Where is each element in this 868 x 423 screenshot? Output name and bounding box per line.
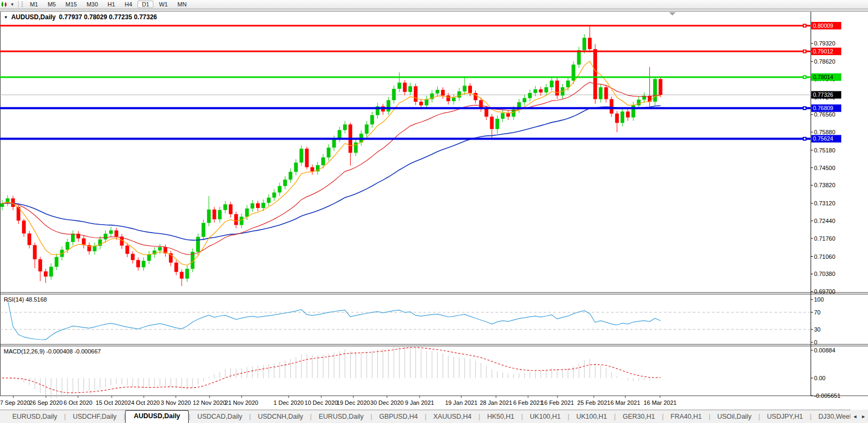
chart-tab-gbpusd-h4[interactable]: GBPUSD,H4: [372, 411, 424, 423]
candle-body-down: [490, 117, 494, 129]
timeframe-button-m30[interactable]: M30: [82, 1, 102, 8]
chart-tab-usdcnh-daily[interactable]: USDCNH,Daily: [251, 411, 310, 423]
date-tick-label: 24 Oct 2020: [128, 399, 160, 406]
candle-body-up: [251, 203, 254, 209]
timeframe-button-h1[interactable]: H1: [103, 1, 119, 8]
date-tick-label: 16 Mar 2021: [644, 399, 677, 406]
candle-body-down: [305, 149, 309, 167]
chart-title: ▼ AUDUSD,Daily 0.77937 0.78029 0.77235 0…: [4, 13, 157, 21]
chart-type-icon[interactable]: [0, 2, 10, 7]
candle-body-up: [207, 210, 211, 223]
candle-body-up: [196, 237, 200, 252]
chart-canvas[interactable]: 0.793200.786200.779400.772400.765600.758…: [0, 0, 868, 423]
macd-tick-label: 0.00: [814, 375, 825, 381]
level-handle-center: [804, 51, 805, 52]
level-badge-value: 0.79012: [813, 48, 833, 55]
date-axis[interactable]: [13, 396, 660, 398]
chart-tab-xauusd-h4[interactable]: XAUUSD,H4: [427, 411, 479, 423]
candle-body-down: [180, 272, 183, 279]
date-tick-label: 9 Jan 2021: [405, 399, 434, 406]
candle-body-down: [174, 263, 178, 272]
chart-tab-usdcad-daily[interactable]: USDCAD,Daily: [190, 411, 249, 423]
level-handle-center: [804, 107, 805, 109]
candle-body-up: [365, 125, 369, 134]
candle-body-up: [49, 267, 53, 276]
candle-body-down: [604, 87, 608, 99]
candle-body-up: [528, 93, 532, 98]
price-tick-label: 0.76560: [814, 111, 835, 118]
candle-body-down: [593, 49, 597, 99]
rsi-indicator-label: RSI(14) 48.5168: [4, 296, 47, 303]
date-tick-label: 3 Nov 2020: [161, 399, 191, 406]
tab-scroll-left-button[interactable]: ◄: [852, 414, 857, 419]
price-tick-label: 0.71760: [814, 235, 835, 242]
rsi-tick-label: 70: [814, 309, 820, 316]
candle-body-up: [93, 246, 97, 251]
price-tick-label: 0.73820: [814, 182, 835, 188]
candle-body-up: [299, 149, 303, 163]
candle-body-up: [327, 148, 330, 157]
candle-body-down: [213, 210, 216, 219]
timeframe-button-h4[interactable]: H4: [120, 1, 136, 8]
date-tick-label: 1 Dec 2020: [274, 399, 304, 406]
timeframe-button-m5[interactable]: M5: [43, 1, 60, 8]
rsi-tick-label: 100: [814, 296, 824, 303]
current-price-badge-value: 0.77326: [813, 91, 833, 98]
candle-body-down: [114, 230, 118, 237]
timeframe-button-d1[interactable]: D1: [137, 1, 153, 8]
candle-body-down: [131, 254, 135, 260]
chart-tab-uk100-h1[interactable]: UK100,H1: [569, 411, 614, 423]
candle-body-up: [261, 203, 265, 208]
chart-tab-usdjpy-h1[interactable]: USDJPY,H1: [760, 411, 810, 423]
candle-body-up: [239, 217, 243, 225]
tab-scroll-right-button[interactable]: ►: [861, 414, 866, 419]
toolbar-drag-handle[interactable]: [21, 2, 23, 7]
timeframe-button-mn[interactable]: MN: [173, 1, 191, 8]
candle-body-down: [555, 81, 559, 96]
candle-body-up: [343, 125, 347, 130]
chevron-down-icon[interactable]: ▼: [10, 2, 17, 7]
chart-tab-audusd-daily[interactable]: AUDUSD,Daily: [125, 410, 189, 423]
candle-body-down: [234, 214, 238, 225]
date-tick-label: 12 Nov 2020: [193, 399, 226, 406]
timeframe-button-m15[interactable]: M15: [61, 1, 81, 8]
candle-body-up: [577, 50, 581, 65]
chart-tab-uk100-h1[interactable]: UK100,H1: [523, 411, 568, 423]
candle-body-up: [71, 234, 75, 242]
candle-body-up: [104, 234, 107, 240]
collapse-arrow-icon[interactable]: ▼: [4, 15, 8, 20]
level-handle-center: [804, 138, 805, 140]
candle-body-up: [571, 65, 575, 81]
candle-body-down: [626, 112, 630, 118]
candle-body-up: [158, 247, 162, 250]
timeframe-button-m1[interactable]: M1: [26, 1, 42, 8]
date-tick-label: 16 Feb 2021: [541, 399, 574, 406]
candle-body-down: [82, 239, 86, 245]
candle-body-up: [283, 180, 287, 186]
candle-body-up: [599, 87, 602, 99]
rsi-tick-label: 30: [814, 326, 820, 333]
scroll-to-end-icon[interactable]: [669, 12, 676, 16]
chart-tab-hk50-h1[interactable]: HK50,H1: [480, 411, 521, 423]
chart-tab-ger30-h1[interactable]: GER30,H1: [616, 411, 662, 423]
chart-tab-fra40-h1[interactable]: FRA40,H1: [664, 411, 709, 423]
price-tick-label: 0.74500: [814, 165, 835, 171]
level-badge-value: 0.75624: [813, 135, 833, 142]
date-tick-label: 6 Mar 2021: [610, 399, 640, 406]
chart-tab-usoil-daily[interactable]: USOil,Daily: [710, 411, 758, 423]
mt4-window: { "toolbar": { "caret": "▼", "timeframes…: [0, 0, 868, 423]
pane-borders: [0, 11, 868, 396]
candle-body-down: [126, 245, 129, 253]
timeframe-button-w1[interactable]: W1: [154, 1, 172, 8]
chart-tab-eurusd-daily[interactable]: EURUSD,Daily: [5, 411, 64, 423]
candle-body-up: [408, 86, 412, 92]
chart-tab-eurusd-daily[interactable]: EURUSD,Daily: [312, 411, 370, 423]
candle-body-down: [658, 79, 662, 95]
date-tick-label: 6 Oct 2020: [64, 399, 92, 406]
date-tick-label: 21 Nov 2020: [225, 399, 258, 406]
chart-tab-usdchf-daily[interactable]: USDCHF,Daily: [66, 411, 123, 423]
candle-body-down: [403, 83, 407, 92]
candle-body-up: [436, 90, 439, 94]
candle-body-up: [386, 100, 390, 111]
candle-body-up: [267, 198, 270, 203]
